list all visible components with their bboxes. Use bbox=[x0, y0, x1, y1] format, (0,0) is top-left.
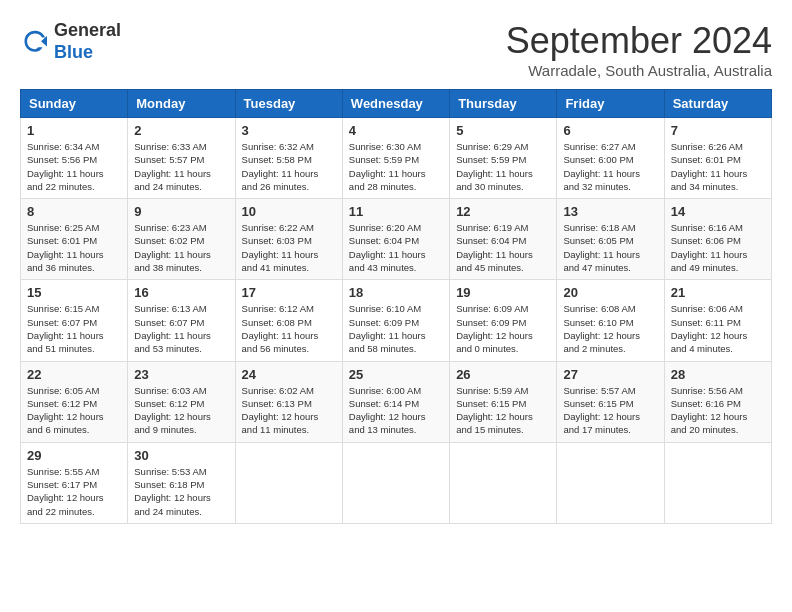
day-cell: 17 Sunrise: 6:12 AM Sunset: 6:08 PM Dayl… bbox=[235, 280, 342, 361]
day-info: Sunrise: 6:13 AM Sunset: 6:07 PM Dayligh… bbox=[134, 302, 228, 355]
logo-text: General Blue bbox=[54, 20, 121, 63]
day-cell: 9 Sunrise: 6:23 AM Sunset: 6:02 PM Dayli… bbox=[128, 199, 235, 280]
week-row-4: 22 Sunrise: 6:05 AM Sunset: 6:12 PM Dayl… bbox=[21, 361, 772, 442]
day-info: Sunrise: 6:12 AM Sunset: 6:08 PM Dayligh… bbox=[242, 302, 336, 355]
day-cell bbox=[450, 442, 557, 523]
day-number: 19 bbox=[456, 285, 550, 300]
day-cell: 27 Sunrise: 5:57 AM Sunset: 6:15 PM Dayl… bbox=[557, 361, 664, 442]
day-cell: 8 Sunrise: 6:25 AM Sunset: 6:01 PM Dayli… bbox=[21, 199, 128, 280]
day-number: 6 bbox=[563, 123, 657, 138]
col-thursday: Thursday bbox=[450, 90, 557, 118]
day-number: 29 bbox=[27, 448, 121, 463]
day-info: Sunrise: 6:27 AM Sunset: 6:00 PM Dayligh… bbox=[563, 140, 657, 193]
logo-icon bbox=[20, 27, 50, 57]
day-number: 23 bbox=[134, 367, 228, 382]
day-cell: 2 Sunrise: 6:33 AM Sunset: 5:57 PM Dayli… bbox=[128, 118, 235, 199]
day-info: Sunrise: 6:09 AM Sunset: 6:09 PM Dayligh… bbox=[456, 302, 550, 355]
day-cell: 11 Sunrise: 6:20 AM Sunset: 6:04 PM Dayl… bbox=[342, 199, 449, 280]
day-number: 12 bbox=[456, 204, 550, 219]
day-number: 11 bbox=[349, 204, 443, 219]
day-info: Sunrise: 5:57 AM Sunset: 6:15 PM Dayligh… bbox=[563, 384, 657, 437]
col-tuesday: Tuesday bbox=[235, 90, 342, 118]
day-number: 27 bbox=[563, 367, 657, 382]
day-info: Sunrise: 6:33 AM Sunset: 5:57 PM Dayligh… bbox=[134, 140, 228, 193]
day-number: 28 bbox=[671, 367, 765, 382]
header: General Blue September 2024 Warradale, S… bbox=[20, 20, 772, 79]
day-info: Sunrise: 6:22 AM Sunset: 6:03 PM Dayligh… bbox=[242, 221, 336, 274]
day-info: Sunrise: 6:19 AM Sunset: 6:04 PM Dayligh… bbox=[456, 221, 550, 274]
day-cell: 10 Sunrise: 6:22 AM Sunset: 6:03 PM Dayl… bbox=[235, 199, 342, 280]
day-number: 18 bbox=[349, 285, 443, 300]
day-cell: 18 Sunrise: 6:10 AM Sunset: 6:09 PM Dayl… bbox=[342, 280, 449, 361]
day-info: Sunrise: 6:00 AM Sunset: 6:14 PM Dayligh… bbox=[349, 384, 443, 437]
day-info: Sunrise: 5:53 AM Sunset: 6:18 PM Dayligh… bbox=[134, 465, 228, 518]
day-cell: 6 Sunrise: 6:27 AM Sunset: 6:00 PM Dayli… bbox=[557, 118, 664, 199]
day-info: Sunrise: 6:10 AM Sunset: 6:09 PM Dayligh… bbox=[349, 302, 443, 355]
location-subtitle: Warradale, South Australia, Australia bbox=[506, 62, 772, 79]
day-cell: 13 Sunrise: 6:18 AM Sunset: 6:05 PM Dayl… bbox=[557, 199, 664, 280]
day-number: 4 bbox=[349, 123, 443, 138]
col-sunday: Sunday bbox=[21, 90, 128, 118]
day-cell: 23 Sunrise: 6:03 AM Sunset: 6:12 PM Dayl… bbox=[128, 361, 235, 442]
day-cell bbox=[664, 442, 771, 523]
day-info: Sunrise: 6:32 AM Sunset: 5:58 PM Dayligh… bbox=[242, 140, 336, 193]
day-info: Sunrise: 6:20 AM Sunset: 6:04 PM Dayligh… bbox=[349, 221, 443, 274]
day-cell: 4 Sunrise: 6:30 AM Sunset: 5:59 PM Dayli… bbox=[342, 118, 449, 199]
col-monday: Monday bbox=[128, 90, 235, 118]
day-number: 30 bbox=[134, 448, 228, 463]
col-friday: Friday bbox=[557, 90, 664, 118]
day-info: Sunrise: 6:05 AM Sunset: 6:12 PM Dayligh… bbox=[27, 384, 121, 437]
header-row: Sunday Monday Tuesday Wednesday Thursday… bbox=[21, 90, 772, 118]
day-info: Sunrise: 6:06 AM Sunset: 6:11 PM Dayligh… bbox=[671, 302, 765, 355]
day-number: 13 bbox=[563, 204, 657, 219]
day-number: 26 bbox=[456, 367, 550, 382]
day-number: 25 bbox=[349, 367, 443, 382]
day-cell: 3 Sunrise: 6:32 AM Sunset: 5:58 PM Dayli… bbox=[235, 118, 342, 199]
day-info: Sunrise: 5:55 AM Sunset: 6:17 PM Dayligh… bbox=[27, 465, 121, 518]
day-number: 10 bbox=[242, 204, 336, 219]
day-number: 14 bbox=[671, 204, 765, 219]
week-row-3: 15 Sunrise: 6:15 AM Sunset: 6:07 PM Dayl… bbox=[21, 280, 772, 361]
day-info: Sunrise: 6:26 AM Sunset: 6:01 PM Dayligh… bbox=[671, 140, 765, 193]
day-cell: 30 Sunrise: 5:53 AM Sunset: 6:18 PM Dayl… bbox=[128, 442, 235, 523]
day-cell: 1 Sunrise: 6:34 AM Sunset: 5:56 PM Dayli… bbox=[21, 118, 128, 199]
day-cell: 28 Sunrise: 5:56 AM Sunset: 6:16 PM Dayl… bbox=[664, 361, 771, 442]
day-number: 8 bbox=[27, 204, 121, 219]
page-container: General Blue September 2024 Warradale, S… bbox=[20, 20, 772, 524]
day-info: Sunrise: 6:02 AM Sunset: 6:13 PM Dayligh… bbox=[242, 384, 336, 437]
day-cell: 26 Sunrise: 5:59 AM Sunset: 6:15 PM Dayl… bbox=[450, 361, 557, 442]
day-info: Sunrise: 6:08 AM Sunset: 6:10 PM Dayligh… bbox=[563, 302, 657, 355]
day-number: 24 bbox=[242, 367, 336, 382]
day-cell: 16 Sunrise: 6:13 AM Sunset: 6:07 PM Dayl… bbox=[128, 280, 235, 361]
day-info: Sunrise: 6:23 AM Sunset: 6:02 PM Dayligh… bbox=[134, 221, 228, 274]
day-info: Sunrise: 6:34 AM Sunset: 5:56 PM Dayligh… bbox=[27, 140, 121, 193]
day-number: 3 bbox=[242, 123, 336, 138]
day-cell: 12 Sunrise: 6:19 AM Sunset: 6:04 PM Dayl… bbox=[450, 199, 557, 280]
day-cell: 20 Sunrise: 6:08 AM Sunset: 6:10 PM Dayl… bbox=[557, 280, 664, 361]
calendar-table: Sunday Monday Tuesday Wednesday Thursday… bbox=[20, 89, 772, 524]
day-cell: 7 Sunrise: 6:26 AM Sunset: 6:01 PM Dayli… bbox=[664, 118, 771, 199]
day-number: 1 bbox=[27, 123, 121, 138]
day-info: Sunrise: 5:59 AM Sunset: 6:15 PM Dayligh… bbox=[456, 384, 550, 437]
day-info: Sunrise: 6:15 AM Sunset: 6:07 PM Dayligh… bbox=[27, 302, 121, 355]
day-number: 16 bbox=[134, 285, 228, 300]
title-section: September 2024 Warradale, South Australi… bbox=[506, 20, 772, 79]
month-title: September 2024 bbox=[506, 20, 772, 62]
day-cell: 22 Sunrise: 6:05 AM Sunset: 6:12 PM Dayl… bbox=[21, 361, 128, 442]
day-number: 15 bbox=[27, 285, 121, 300]
day-number: 17 bbox=[242, 285, 336, 300]
day-info: Sunrise: 6:18 AM Sunset: 6:05 PM Dayligh… bbox=[563, 221, 657, 274]
logo: General Blue bbox=[20, 20, 121, 63]
day-cell: 5 Sunrise: 6:29 AM Sunset: 5:59 PM Dayli… bbox=[450, 118, 557, 199]
day-cell bbox=[557, 442, 664, 523]
day-number: 7 bbox=[671, 123, 765, 138]
day-number: 2 bbox=[134, 123, 228, 138]
day-number: 20 bbox=[563, 285, 657, 300]
day-cell: 19 Sunrise: 6:09 AM Sunset: 6:09 PM Dayl… bbox=[450, 280, 557, 361]
day-number: 9 bbox=[134, 204, 228, 219]
day-info: Sunrise: 5:56 AM Sunset: 6:16 PM Dayligh… bbox=[671, 384, 765, 437]
week-row-1: 1 Sunrise: 6:34 AM Sunset: 5:56 PM Dayli… bbox=[21, 118, 772, 199]
day-cell: 29 Sunrise: 5:55 AM Sunset: 6:17 PM Dayl… bbox=[21, 442, 128, 523]
day-cell bbox=[342, 442, 449, 523]
day-cell: 15 Sunrise: 6:15 AM Sunset: 6:07 PM Dayl… bbox=[21, 280, 128, 361]
